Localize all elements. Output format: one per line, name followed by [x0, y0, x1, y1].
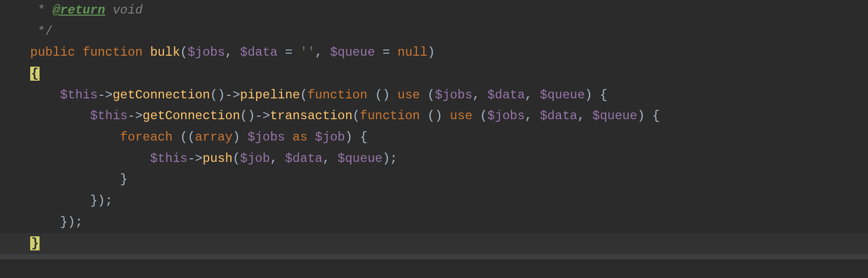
- code-token: ,: [270, 151, 285, 166]
- code-token: [30, 109, 90, 123]
- code-token: $data: [240, 45, 277, 59]
- code-token: ->: [187, 151, 202, 166]
- code-line-content: $this->getConnection()->pipeline(functio…: [30, 85, 607, 106]
- code-token: $queue: [540, 88, 584, 102]
- code-token: $this: [90, 109, 127, 123]
- code-token: ->: [98, 88, 113, 102]
- editor-footer-bar: [0, 254, 868, 259]
- code-token: ((: [180, 130, 195, 144]
- code-line-content: });: [30, 212, 83, 233]
- code-line[interactable]: });: [0, 191, 868, 212]
- code-token: public function: [30, 45, 150, 59]
- code-line-content: * @return void: [30, 0, 143, 21]
- code-token: use: [398, 88, 428, 102]
- code-token: ()->: [210, 88, 240, 102]
- code-token: ): [233, 130, 248, 144]
- code-token: $jobs: [248, 130, 285, 144]
- code-line[interactable]: $this->getConnection()->transaction(func…: [0, 106, 868, 127]
- code-token: $queue: [592, 109, 637, 123]
- code-token: */: [30, 24, 53, 39]
- code-token: null: [398, 45, 428, 59]
- code-token: *: [30, 3, 53, 17]
- code-line-content: */: [30, 21, 53, 43]
- code-token: pipeline: [240, 88, 300, 102]
- code-token: array: [195, 130, 233, 144]
- code-token: ) {: [345, 130, 367, 144]
- code-token: @return: [53, 3, 105, 17]
- code-line[interactable]: $this->getConnection()->pipeline(functio…: [0, 85, 868, 106]
- code-token: as: [292, 130, 315, 144]
- code-token: ,: [577, 109, 592, 123]
- code-token: function: [360, 109, 428, 123]
- code-token: ) {: [585, 88, 607, 102]
- code-token: $jobs: [187, 45, 225, 59]
- code-line-content: $this->push($job, $data, $queue);: [30, 148, 398, 170]
- code-token: [30, 88, 60, 102]
- code-token: {: [30, 67, 40, 81]
- code-token: (: [352, 109, 360, 123]
- code-line-content: {: [30, 64, 40, 85]
- code-token: $job: [240, 151, 270, 166]
- code-token: push: [202, 151, 233, 166]
- code-token: ,: [525, 109, 540, 123]
- code-token: getConnection: [112, 88, 210, 102]
- code-token: use: [450, 109, 480, 123]
- code-token: }: [30, 236, 40, 250]
- code-token: (: [300, 88, 308, 102]
- code-line[interactable]: */: [0, 21, 868, 43]
- code-line-content: }: [30, 233, 40, 255]
- code-token: $jobs: [488, 109, 525, 123]
- code-line-content: }: [30, 169, 127, 191]
- code-token: $this: [150, 151, 187, 166]
- code-token: });: [30, 194, 112, 208]
- code-token: function: [308, 88, 375, 102]
- code-token: $data: [285, 151, 323, 166]
- code-token: ,: [315, 45, 330, 59]
- code-token: bulk: [150, 45, 180, 59]
- code-token: (): [427, 109, 450, 123]
- code-token: ,: [225, 45, 240, 59]
- code-token: transaction: [270, 109, 352, 123]
- code-token: getConnection: [143, 109, 240, 123]
- code-token: [30, 151, 150, 166]
- code-token: $queue: [330, 45, 375, 59]
- code-line-content: });: [30, 191, 112, 212]
- code-token: (): [375, 88, 398, 102]
- code-token: $job: [315, 130, 345, 144]
- code-token: void: [105, 3, 143, 17]
- code-token: (: [180, 45, 187, 59]
- code-token: });: [30, 215, 83, 229]
- code-token: foreach: [120, 130, 180, 144]
- code-token: );: [382, 151, 398, 166]
- code-token: [30, 130, 120, 144]
- code-line[interactable]: });: [0, 212, 868, 233]
- code-token: ()->: [240, 109, 270, 123]
- code-token: (: [427, 88, 435, 102]
- code-line-content: foreach ((array) $jobs as $job) {: [30, 127, 367, 148]
- code-token: '': [300, 45, 315, 59]
- code-token: ,: [525, 88, 540, 102]
- code-token: [285, 130, 292, 144]
- code-token: (: [233, 151, 240, 166]
- code-line[interactable]: {: [0, 64, 868, 85]
- code-token: =: [375, 45, 398, 59]
- code-line[interactable]: $this->push($job, $data, $queue);: [0, 148, 868, 170]
- code-line-content: $this->getConnection()->transaction(func…: [30, 106, 660, 127]
- code-token: =: [277, 45, 300, 59]
- code-token: ): [427, 45, 435, 59]
- code-token: $data: [540, 109, 577, 123]
- code-token: $queue: [338, 151, 382, 166]
- code-token: ) {: [637, 109, 660, 123]
- code-token: $data: [488, 88, 525, 102]
- code-token: $jobs: [435, 88, 473, 102]
- code-token: }: [30, 172, 127, 186]
- code-token: $this: [60, 88, 98, 102]
- code-line[interactable]: }: [0, 170, 868, 191]
- code-token: ->: [127, 109, 143, 123]
- code-token: ,: [473, 88, 488, 102]
- code-line[interactable]: foreach ((array) $jobs as $job) {: [0, 127, 868, 148]
- code-line[interactable]: public function bulk($jobs, $data = '', …: [0, 42, 868, 64]
- code-editor[interactable]: * @return void */public function bulk($j…: [0, 0, 868, 254]
- code-line[interactable]: * @return void: [0, 0, 868, 21]
- code-line[interactable]: }: [0, 233, 868, 255]
